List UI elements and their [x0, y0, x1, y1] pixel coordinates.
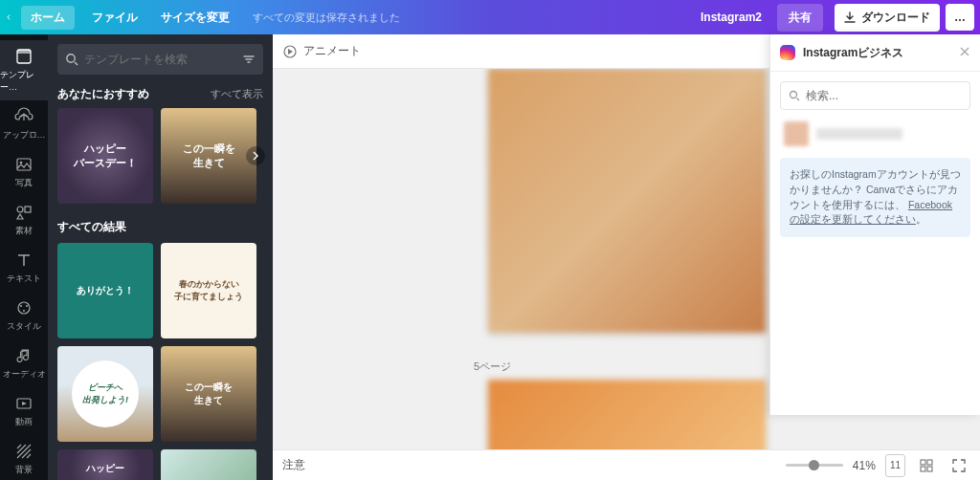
search-icon — [789, 90, 800, 101]
svg-point-11 — [67, 55, 75, 62]
svg-rect-17 — [927, 467, 932, 471]
account-avatar — [784, 121, 809, 146]
instagram-business-popup: Instagramビジネス お探しのInstagramアカウントが見つかりません… — [769, 34, 980, 415]
upload-icon — [14, 107, 33, 126]
share-button[interactable]: 共有 — [777, 4, 823, 32]
home-button[interactable]: ホーム — [21, 6, 75, 30]
rail-label: 動画 — [15, 416, 33, 428]
svg-rect-16 — [921, 467, 925, 471]
canvas-area: アニメート 5ページ Instagramビジネス — [273, 34, 980, 480]
recommended-title: あなたにおすすめ — [57, 86, 149, 102]
template-card[interactable]: ビーチへ 出発しよう! — [57, 346, 153, 442]
account-row[interactable] — [770, 120, 980, 156]
bottom-bar: 注意 41% 11 — [273, 449, 980, 480]
rail-label: オーディオ — [3, 368, 46, 381]
style-icon — [14, 298, 33, 317]
svg-point-3 — [20, 162, 23, 164]
info-message: お探しのInstagramアカウントが見つかりませんか？ Canvaでさらにアカ… — [780, 158, 970, 237]
background-icon — [14, 442, 33, 461]
grid-view-button[interactable] — [915, 454, 938, 477]
canvas-page[interactable] — [488, 69, 766, 333]
templates-icon — [14, 47, 33, 66]
svg-point-13 — [791, 92, 797, 98]
template-search[interactable] — [57, 44, 263, 75]
resize-menu[interactable]: サイズを変更 — [149, 10, 241, 26]
rail-label: テンプレー… — [0, 69, 48, 94]
svg-point-9 — [23, 310, 25, 312]
zoom-slider[interactable] — [786, 464, 843, 467]
template-card[interactable]: ハッピー — [57, 449, 153, 480]
rail-label: 背景 — [15, 464, 33, 476]
left-rail: テンプレー… アップロ… 写真 素材 テキスト スタイル オーディオ 動画 — [0, 34, 48, 480]
rail-style[interactable]: スタイル — [0, 292, 48, 339]
rail-label: 写真 — [15, 177, 33, 189]
popup-close-button[interactable] — [959, 44, 970, 61]
popup-title: Instagramビジネス — [803, 45, 951, 61]
instagram-icon — [780, 45, 795, 60]
rail-video[interactable]: 動画 — [0, 387, 48, 435]
svg-rect-2 — [17, 159, 31, 170]
fullscreen-button[interactable] — [947, 454, 970, 477]
page-label: 5ページ — [474, 360, 511, 374]
svg-point-7 — [20, 305, 22, 307]
note-label[interactable]: 注意 — [282, 457, 305, 473]
animate-button[interactable]: アニメート — [303, 43, 361, 59]
rail-photos[interactable]: 写真 — [0, 148, 48, 196]
rail-label: テキスト — [7, 273, 41, 285]
popup-search-input[interactable] — [806, 89, 962, 102]
popup-search[interactable] — [780, 81, 970, 110]
text-icon — [14, 251, 33, 270]
results-title: すべての結果 — [57, 219, 126, 235]
audio-icon — [14, 346, 33, 365]
template-card[interactable]: この一瞬を 生きて — [161, 108, 256, 204]
elements-icon — [14, 203, 33, 222]
rail-background[interactable]: 背景 — [0, 435, 48, 480]
file-menu[interactable]: ファイル — [80, 10, 149, 26]
template-card[interactable]: この一瞬を 生きて — [161, 346, 256, 442]
download-icon — [844, 11, 856, 23]
see-all-link[interactable]: すべて表示 — [211, 87, 263, 101]
rail-label: アップロ… — [3, 129, 46, 142]
search-input[interactable] — [84, 53, 236, 66]
back-button[interactable] — [0, 12, 15, 22]
rail-templates[interactable]: テンプレー… — [0, 40, 48, 100]
svg-rect-15 — [927, 460, 932, 465]
rail-upload[interactable]: アップロ… — [0, 100, 48, 148]
svg-point-4 — [17, 207, 23, 212]
top-nav: ホーム ファイル サイズを変更 すべての変更は保存されました Instagram… — [0, 0, 980, 34]
video-icon — [14, 394, 33, 413]
close-icon — [959, 46, 970, 57]
svg-rect-14 — [921, 460, 925, 465]
rail-label: スタイル — [7, 320, 41, 333]
account-name — [816, 128, 902, 140]
download-button[interactable]: ダウンロード — [835, 4, 940, 32]
rail-label: 素材 — [15, 225, 33, 237]
grid-icon — [920, 459, 933, 472]
templates-panel: あなたにおすすめ すべて表示 ハッピー バースデー！ この一瞬を 生きて すべて… — [48, 34, 273, 480]
svg-rect-5 — [25, 207, 31, 212]
fullscreen-icon — [952, 459, 966, 472]
photos-icon — [14, 155, 33, 174]
svg-point-6 — [18, 302, 30, 314]
more-button[interactable]: … — [946, 4, 974, 31]
template-card[interactable]: ハッピー バースデー！ — [57, 108, 153, 204]
rail-text[interactable]: テキスト — [0, 244, 48, 292]
download-label: ダウンロード — [861, 10, 930, 26]
search-icon — [65, 53, 78, 66]
template-card[interactable] — [161, 449, 256, 480]
filter-icon[interactable] — [242, 53, 256, 66]
svg-point-8 — [26, 305, 28, 307]
save-status: すべての変更は保存されました — [241, 11, 412, 25]
rail-elements[interactable]: 素材 — [0, 196, 48, 244]
rail-audio[interactable]: オーディオ — [0, 339, 48, 387]
chevron-right-icon — [252, 151, 259, 161]
template-card[interactable]: 春のかからない 子に育てましょう — [161, 243, 256, 338]
doc-title[interactable]: Instagram2 — [691, 11, 771, 24]
svg-rect-1 — [17, 50, 31, 54]
page-count-button[interactable]: 11 — [885, 454, 905, 477]
animate-icon — [282, 44, 298, 59]
template-card[interactable]: ありがとう！ — [57, 243, 153, 338]
next-cards-button[interactable] — [246, 146, 265, 165]
zoom-value: 41% — [853, 459, 876, 472]
